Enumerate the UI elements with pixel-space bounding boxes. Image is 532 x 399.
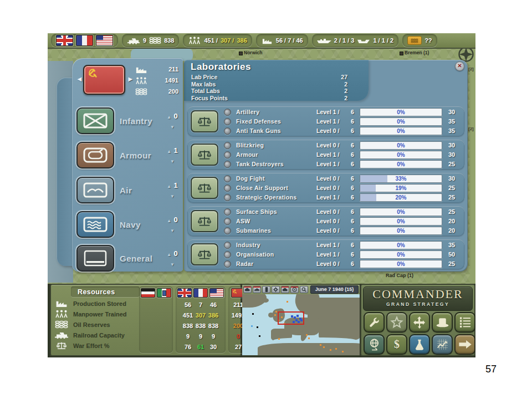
- factory-icon: [54, 299, 69, 308]
- infantry-unit-button[interactable]: [76, 108, 114, 134]
- tech-radio[interactable]: [224, 227, 231, 234]
- unit-label: Armour: [120, 151, 166, 160]
- unit-row-armour: Armour ▲ 1 ▼: [76, 142, 178, 168]
- unit-count: 0: [174, 112, 178, 120]
- tech-level-max: 6: [345, 218, 360, 224]
- minimap-toggle-units-button[interactable]: [262, 286, 270, 293]
- navy-unit-button[interactable]: [76, 211, 114, 238]
- tech-level: Level 1 /: [316, 251, 345, 258]
- tech-radio[interactable]: [224, 151, 231, 158]
- lab-focus-scales-button[interactable]: [191, 144, 218, 166]
- france-flag-button[interactable]: [76, 35, 93, 46]
- unit-count-up-button[interactable]: ▲: [167, 115, 171, 120]
- tech-radio[interactable]: [224, 260, 231, 268]
- lab-info-label: Total Labs: [191, 88, 220, 95]
- air-unit-button[interactable]: [76, 177, 114, 203]
- command-buttons: $: [364, 312, 475, 355]
- resources-title-box: Resources: [71, 287, 140, 297]
- tech-row: Anti Tank Guns Level 0 / 6 0% 35: [223, 126, 461, 135]
- next-turn-button[interactable]: [454, 334, 475, 355]
- wrench-button[interactable]: [364, 312, 385, 332]
- tech-level-max: 6: [345, 194, 360, 201]
- move-button[interactable]: [409, 312, 430, 332]
- tech-progress-label: 0%: [360, 218, 442, 225]
- uk-flag[interactable]: [177, 288, 192, 298]
- usa-flag[interactable]: [209, 288, 224, 298]
- unit-count-down-button[interactable]: ▼: [170, 159, 175, 164]
- tech-progress-bar: 0%: [360, 117, 442, 126]
- tech-progress-label: 0%: [360, 208, 442, 216]
- lab-focus-scales-button[interactable]: [191, 110, 218, 132]
- lab-focus-scales-button[interactable]: [191, 177, 218, 199]
- next-nation-button[interactable]: ►: [127, 75, 134, 83]
- resource-row-label: Railroad Capacity: [52, 330, 136, 340]
- unit-count-down-button[interactable]: ▼: [170, 228, 175, 233]
- lab-focus-scales-button[interactable]: [191, 243, 218, 265]
- tech-radio[interactable]: [224, 127, 231, 135]
- unit-count-up-button[interactable]: ▲: [167, 149, 171, 154]
- finance-button[interactable]: $: [386, 334, 407, 355]
- usa-flag-button[interactable]: [96, 35, 113, 46]
- tech-radio[interactable]: [224, 251, 231, 258]
- unit-count-up-button[interactable]: ▲: [167, 252, 171, 257]
- tech-progress-bar: 20%: [360, 193, 442, 202]
- top-production-group: 56 / 7 / 46: [256, 34, 308, 47]
- lab-group-land: Artillery Level 1 / 6 0% 30 Fixed Defens…: [187, 106, 464, 136]
- tech-progress-bar: 0%: [360, 151, 442, 159]
- resource-value: 7: [195, 301, 207, 308]
- previous-nation-button[interactable]: ◄: [76, 75, 83, 83]
- tech-radio[interactable]: [224, 208, 231, 216]
- navy-icon: [82, 216, 109, 233]
- tophat-button[interactable]: [432, 312, 453, 332]
- minimap-toggle-fog-button[interactable]: [281, 286, 289, 293]
- unit-row-general: General ▲ 0 ▼: [76, 245, 178, 271]
- unit-count-down-button[interactable]: ▼: [170, 194, 175, 199]
- unit-count-up-button[interactable]: ▲: [167, 218, 171, 223]
- minimap-toggle-weather-button[interactable]: [243, 286, 252, 293]
- globe-button[interactable]: [364, 334, 385, 355]
- resource-value: 76: [182, 344, 195, 350]
- tech-radio[interactable]: [224, 242, 231, 249]
- tech-radio[interactable]: [224, 161, 231, 168]
- tech-radio[interactable]: [224, 142, 231, 149]
- tech-radio[interactable]: [224, 194, 231, 201]
- tech-level-max: 6: [345, 227, 360, 234]
- tech-radio[interactable]: [224, 109, 231, 116]
- lab-group-general: Industry Level 1 / 6 0% 35 Organisation …: [187, 239, 464, 269]
- lab-info-row: Lab Price 27: [184, 74, 369, 81]
- statistics-button[interactable]: [432, 334, 453, 355]
- resource-label: War Effort %: [73, 342, 110, 349]
- tech-level: Level 0 /: [316, 260, 345, 267]
- minimap-viewport-rect[interactable]: [278, 311, 304, 325]
- tech-radio[interactable]: [224, 218, 231, 225]
- unit-count-down-button[interactable]: ▼: [170, 125, 175, 130]
- unit-count-up-button[interactable]: ▲: [167, 184, 171, 189]
- nation-production-value: 211: [147, 66, 178, 73]
- tech-radio[interactable]: [224, 175, 231, 182]
- unit-count-down-button[interactable]: ▼: [170, 262, 175, 267]
- minimap[interactable]: [242, 294, 360, 355]
- tech-progress-bar: 33%: [360, 175, 442, 183]
- minimap-zoom-button[interactable]: [300, 286, 308, 293]
- tech-cost: 25: [442, 194, 461, 201]
- lab-focus-scales-button[interactable]: [191, 210, 218, 232]
- general-unit-button[interactable]: [76, 245, 114, 272]
- tech-progress-bar: 19%: [360, 184, 442, 192]
- list-button[interactable]: [454, 312, 475, 332]
- minimap-toggle-control-button[interactable]: [290, 286, 299, 293]
- research-button[interactable]: [409, 334, 430, 355]
- tech-level: Level 1 /: [316, 194, 345, 201]
- france-flag[interactable]: [193, 288, 208, 298]
- transport-icon: [357, 38, 370, 44]
- uk-flag-button[interactable]: [56, 35, 73, 46]
- minimap-toggle-rail-button[interactable]: [253, 286, 261, 293]
- minimap-toggle-options-button[interactable]: [272, 286, 280, 293]
- factory-icon: [135, 65, 147, 74]
- tech-radio[interactable]: [224, 185, 231, 192]
- italy-flag[interactable]: [157, 288, 171, 298]
- armour-unit-button[interactable]: [76, 142, 114, 168]
- germany-flag[interactable]: [141, 288, 155, 298]
- close-button[interactable]: ✕: [455, 62, 464, 71]
- tech-radio[interactable]: [224, 118, 231, 125]
- star-button[interactable]: [386, 312, 407, 332]
